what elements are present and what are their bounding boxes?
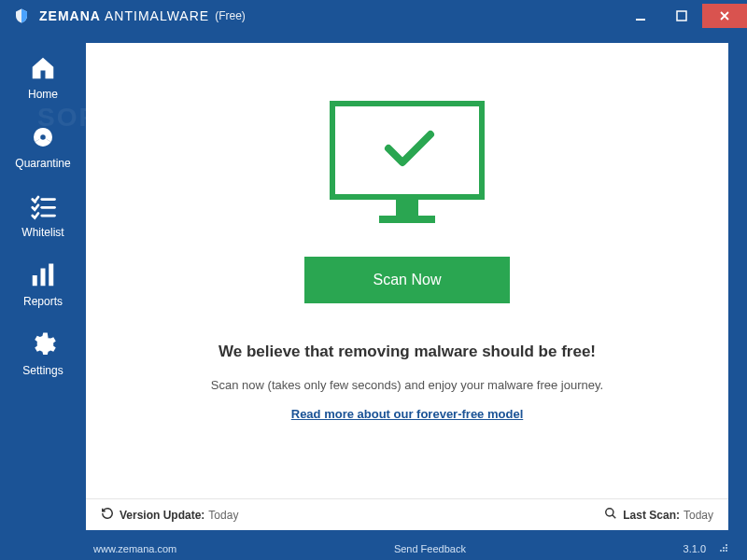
monitor-check-icon: [314, 94, 500, 238]
svg-rect-7: [33, 275, 37, 286]
send-feedback-link[interactable]: Send Feedback: [394, 543, 466, 554]
refresh-icon[interactable]: [101, 507, 114, 523]
biohazard-icon: [27, 121, 59, 153]
close-button[interactable]: [702, 4, 747, 28]
svg-point-19: [723, 550, 725, 552]
svg-rect-1: [677, 11, 686, 21]
resize-grip-icon[interactable]: [719, 543, 728, 554]
svg-point-13: [606, 509, 613, 516]
footer: www.zemana.com Send Feedback 3.1.0: [0, 538, 747, 560]
minimize-button[interactable]: [620, 4, 661, 28]
sidebar-item-whitelist[interactable]: Whitelist: [21, 190, 63, 239]
gear-icon: [27, 329, 59, 360]
svg-rect-9: [49, 264, 53, 287]
edition-label: (Free): [215, 9, 246, 22]
headline-text: We believe that removing malware should …: [218, 343, 596, 361]
svg-line-14: [613, 515, 616, 519]
sidebar-item-label: Settings: [22, 364, 63, 377]
version-update-value: Today: [208, 509, 238, 522]
main-panel: Scan Now We believe that removing malwar…: [86, 43, 728, 530]
scan-now-button[interactable]: Scan Now: [304, 257, 510, 303]
title-product: ANTIMALWARE: [105, 8, 209, 23]
app-logo-icon: [13, 7, 30, 24]
title-bar: ZEMANA ANTIMALWARE (Free): [0, 0, 747, 32]
sidebar-item-settings[interactable]: Settings: [22, 329, 63, 377]
svg-rect-11: [396, 199, 418, 216]
svg-point-3: [40, 134, 46, 140]
version-update-label: Version Update:: [120, 509, 204, 522]
svg-point-17: [723, 547, 725, 549]
website-link[interactable]: www.zemana.com: [93, 543, 176, 554]
home-icon: [27, 52, 59, 84]
sidebar-item-quarantine[interactable]: Quarantine: [15, 121, 70, 170]
checklist-icon: [27, 190, 59, 222]
svg-point-15: [726, 544, 727, 546]
svg-point-18: [726, 550, 727, 552]
app-title: ZEMANA ANTIMALWARE: [39, 8, 209, 23]
svg-point-16: [726, 547, 727, 549]
maximize-button[interactable]: [661, 4, 702, 28]
title-brand: ZEMANA: [39, 8, 101, 23]
sidebar-item-label: Reports: [23, 295, 63, 308]
sidebar-item-label: Whitelist: [21, 226, 63, 239]
status-bar: Version Update: Today Last Scan: Today: [86, 498, 728, 530]
sidebar-item-label: Quarantine: [15, 157, 70, 170]
bar-chart-icon: [27, 259, 59, 291]
version-label: 3.1.0: [684, 543, 706, 554]
svg-rect-10: [332, 104, 482, 197]
search-icon[interactable]: [604, 507, 617, 523]
read-more-link[interactable]: Read more about our forever-free model: [291, 407, 524, 421]
sidebar-item-label: Home: [28, 88, 58, 101]
svg-rect-0: [636, 19, 645, 21]
last-scan-label: Last Scan:: [623, 509, 680, 522]
sidebar-item-reports[interactable]: Reports: [23, 259, 63, 308]
sidebar: Home Quarantine Whitelist Reports Settin…: [0, 32, 86, 538]
svg-rect-8: [41, 269, 46, 287]
svg-point-20: [720, 550, 722, 552]
subtext: Scan now (takes only few seconds) and en…: [211, 378, 603, 392]
svg-rect-12: [379, 216, 435, 223]
last-scan-value: Today: [684, 509, 713, 522]
sidebar-item-home[interactable]: Home: [27, 52, 59, 101]
